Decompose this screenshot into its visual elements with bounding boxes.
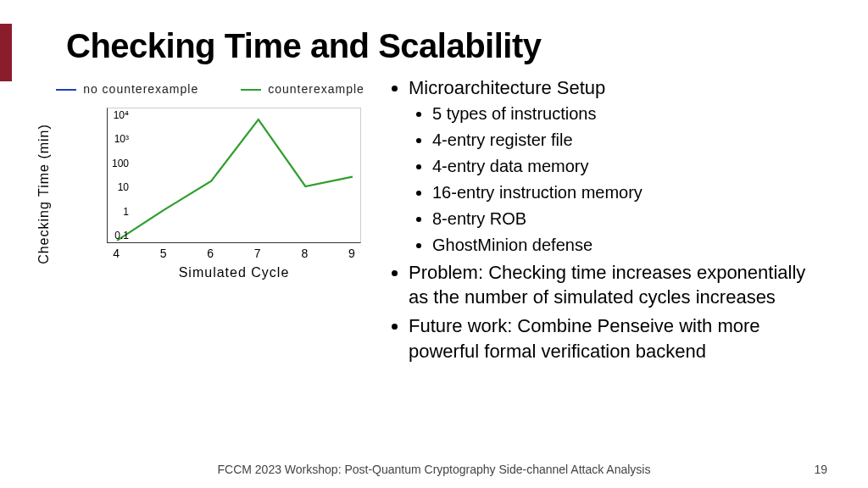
plot-area	[107, 108, 361, 243]
y-tick: 1	[123, 206, 129, 218]
setup-sub-item: 8-entry ROB	[432, 208, 827, 230]
chart-svg	[108, 108, 362, 244]
y-tick: 10³	[114, 133, 129, 145]
y-tick: 100	[112, 158, 129, 169]
x-tick: 5	[160, 247, 167, 260]
x-tick: 8	[301, 247, 308, 260]
legend-no-counterexample: no counterexample	[56, 82, 198, 96]
bullet-setup: Microarchitecture Setup 5 types of instr…	[409, 75, 827, 257]
setup-sub-item: 5 types of instructions	[432, 103, 827, 125]
page-number: 19	[814, 463, 827, 476]
y-tick: 10	[118, 181, 129, 193]
text-column: Microarchitecture Setup 5 types of instr…	[388, 75, 827, 367]
x-tick: 7	[254, 247, 261, 260]
setup-sub-item: 16-entry instruction memory	[432, 181, 827, 204]
chart-column: no counterexample counterexample Checkin…	[41, 75, 388, 367]
y-axis-label: Checking Time (min)	[36, 124, 52, 264]
bullet-setup-head: Microarchitecture Setup	[409, 77, 605, 98]
bullet-problem: Problem: Checking time increases exponen…	[409, 260, 827, 310]
setup-sub-item: GhostMinion defense	[432, 234, 827, 257]
series-counterexample-line	[117, 119, 353, 241]
bullet-list: Microarchitecture Setup 5 types of instr…	[388, 75, 827, 363]
accent-bar	[0, 24, 12, 81]
chart-legend: no counterexample counterexample	[41, 82, 380, 96]
setup-sub-item: 4-entry register file	[432, 129, 827, 152]
x-tick: 9	[348, 247, 355, 260]
y-tick: 0.1	[114, 230, 129, 241]
slide: Checking Time and Scalability no counter…	[0, 0, 868, 488]
y-tick: 10⁴	[114, 109, 129, 121]
legend-counterexample: counterexample	[241, 82, 364, 96]
x-axis-label: Simulated Cycle	[107, 265, 361, 280]
setup-sub-item: 4-entry data memory	[432, 155, 827, 178]
x-tick: 6	[207, 247, 214, 260]
slide-title: Checking Time and Scalability	[66, 27, 827, 65]
chart: Checking Time (min) 0.111010010³10⁴ 4567…	[66, 101, 388, 287]
bullet-future: Future work: Combine Penseive with more …	[409, 313, 827, 363]
x-tick: 4	[113, 247, 120, 260]
slide-body: no counterexample counterexample Checkin…	[41, 75, 827, 367]
setup-sublist: 5 types of instructions4-entry register …	[409, 103, 827, 257]
footer-text: FCCM 2023 Workshop: Post-Quantum Cryptog…	[0, 463, 868, 476]
